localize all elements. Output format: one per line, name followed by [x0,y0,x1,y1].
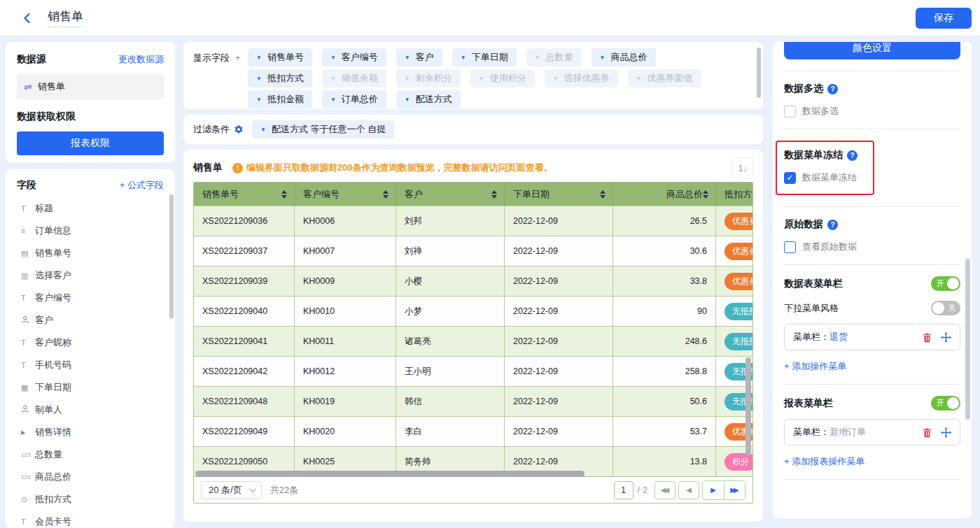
menu-freeze-checkbox[interactable] [784,172,796,184]
field-item-order-info[interactable]: ≡订单信息 [17,220,168,242]
chip-used-points[interactable]: 使用积分 [470,69,535,87]
back-button[interactable] [18,9,36,27]
field-item-order-date[interactable]: ▦下单日期 [17,376,168,399]
trash-icon[interactable] [922,332,932,343]
change-datasource-link[interactable]: 更改数据源 [118,53,164,66]
sort-arrows-icon[interactable] [491,190,497,199]
field-item-nickname[interactable]: T客户昵称 [17,331,168,354]
raw-data-checkbox-label: 查看原始数据 [802,241,857,253]
sort-arrows-icon[interactable] [281,190,287,199]
sort-arrows-icon[interactable] [600,190,606,199]
display-fields-scrollbar[interactable] [757,48,761,98]
sort-arrows-icon[interactable] [703,190,708,199]
save-button[interactable]: 保存 [916,8,972,29]
table-vertical-scrollbar[interactable] [746,357,751,455]
question-icon[interactable]: ? [827,220,838,230]
question-icon[interactable]: ? [827,84,838,94]
add-report-action-menu-link[interactable]: + 添加报表操作菜单 [784,455,960,468]
header-customer[interactable]: 客户 [396,183,505,206]
first-page-button[interactable]: ◀◀ [654,481,676,499]
raw-data-checkbox[interactable] [784,241,796,253]
report-menu-item[interactable]: 菜单栏： 新增订单 [784,419,960,445]
field-item-title[interactable]: T标题 [17,197,168,220]
chip-total-qty[interactable]: 总数量 [526,48,582,66]
chip-order-total[interactable]: 订单总价 [322,90,386,108]
chevron-down-icon [249,485,256,492]
text-icon: T [21,518,35,526]
add-formula-field-link[interactable]: + 公式字段 [120,179,164,192]
chip-order-id[interactable]: 销售单号 [248,48,312,66]
report-menu-toggle[interactable]: 开 [931,396,960,411]
question-icon[interactable]: ? [847,150,858,161]
filter-label: 过滤条件 [193,123,230,136]
display-fields-panel: 显示字段 + 销售单号 客户编号 客户 下单日期 总数量 商品总价 抵扣方式 储… [183,42,763,109]
deduction-badge: 优惠券 [724,273,753,290]
prev-page-button[interactable]: ◀ [678,481,699,499]
chip-deduction-amount[interactable]: 抵扣金额 [248,90,312,108]
main-panel: 显示字段 + 销售单号 客户编号 客户 下单日期 总数量 商品总价 抵扣方式 储… [183,42,763,528]
field-item-deduction[interactable]: ⊙抵扣方式 [17,488,168,511]
sort-arrows-icon[interactable] [383,190,388,199]
chip-delivery-method[interactable]: 配送方式 [396,90,461,108]
chip-coupon-value[interactable]: 优惠券面值 [628,69,701,87]
preview-table: 销售单号 客户编号 客户 下单日期 商品总价 抵扣方式 XS2022120903… [193,182,753,504]
add-display-field-button[interactable]: + [235,52,241,63]
deduction-badge: 积分 [724,453,753,471]
toggle-knob [947,397,959,409]
left-sidebar: 数据源 更改数据源 ⇌ 销售单 数据获取权限 报表权限 字段 + 公式字段 T标… [6,42,175,528]
color-settings-button[interactable]: 颜色设置 [784,42,960,59]
preview-title: 销售单 [193,162,223,174]
field-item-creator[interactable]: 制单人 [17,399,168,421]
report-permission-button[interactable]: 报表权限 [17,131,164,155]
field-item-member-card[interactable]: T会员卡号 [17,511,168,528]
fields-scrollbar[interactable] [169,194,174,319]
last-page-button[interactable]: ▶▶ [724,481,745,499]
header-order-id[interactable]: 销售单号 [194,183,295,206]
chip-deduction-method[interactable]: 抵扣方式 [248,69,312,87]
field-item-customer-no[interactable]: T客户编号 [17,287,168,309]
field-item-select-customer[interactable]: ▥选择客户 [17,264,168,287]
next-page-button[interactable]: ▶ [703,481,724,499]
page-input[interactable]: 1 [614,481,634,499]
settings-scrollbar[interactable] [965,259,970,420]
back-chevron-icon [22,13,33,24]
chip-stored-balance[interactable]: 储值余额 [322,69,386,87]
datasource-panel: 数据源 更改数据源 ⇌ 销售单 数据获取权限 报表权限 [6,42,175,162]
total-count: 共22条 [270,484,298,497]
field-item-phone[interactable]: T手机号码 [17,354,168,376]
chip-customer[interactable]: 客户 [396,48,442,66]
header-deduction[interactable]: 抵扣方式 [716,183,753,206]
number-icon: 123 [21,452,35,458]
move-icon[interactable] [941,332,951,343]
field-item-goods-total[interactable]: 123商品总价 [17,466,168,488]
field-item-sales-detail[interactable]: ▶销售详情 [17,421,168,443]
move-icon[interactable] [941,427,951,438]
table-menu-item[interactable]: 菜单栏： 退货 [784,324,960,350]
field-item-customer[interactable]: 客户 [17,309,168,331]
sort-order-button[interactable]: 1↓ [732,157,753,178]
menu-item-value[interactable]: 新增订单 [830,426,866,438]
page-title[interactable]: 销售单 [48,8,83,27]
datasource-item[interactable]: ⇌ 销售单 [17,74,164,99]
chip-remaining-points[interactable]: 剩余积分 [396,69,461,87]
field-item-total-qty[interactable]: 123总数量 [17,443,168,466]
multi-select-checkbox[interactable] [784,106,796,117]
header-customer-no[interactable]: 客户编号 [295,183,396,206]
chip-customer-no[interactable]: 客户编号 [322,48,386,66]
filter-condition-chip[interactable]: 配送方式 等于任意一个 自提 [252,120,394,138]
chip-select-coupon[interactable]: 选择优惠券 [545,69,618,87]
chip-order-date[interactable]: 下单日期 [452,48,517,66]
table-menu-toggle[interactable]: 开 [931,276,960,291]
field-item-order-id[interactable]: ▤销售单号 [17,242,168,264]
table-horizontal-scrollbar[interactable] [195,471,584,477]
header-goods-total[interactable]: 商品总价 [613,183,716,206]
menu-item-value[interactable]: 退货 [830,331,848,343]
trash-icon[interactable] [922,427,932,438]
page-size-select[interactable]: 20 条/页 [201,481,262,499]
add-action-menu-link[interactable]: + 添加操作菜单 [784,360,960,373]
expand-triangle-icon: ▶ [21,429,35,436]
chip-goods-total[interactable]: 商品总价 [592,48,656,66]
dropdown-style-toggle[interactable]: 关 [931,301,960,315]
header-order-date[interactable]: 下单日期 [505,183,613,206]
gear-icon[interactable] [234,124,244,134]
